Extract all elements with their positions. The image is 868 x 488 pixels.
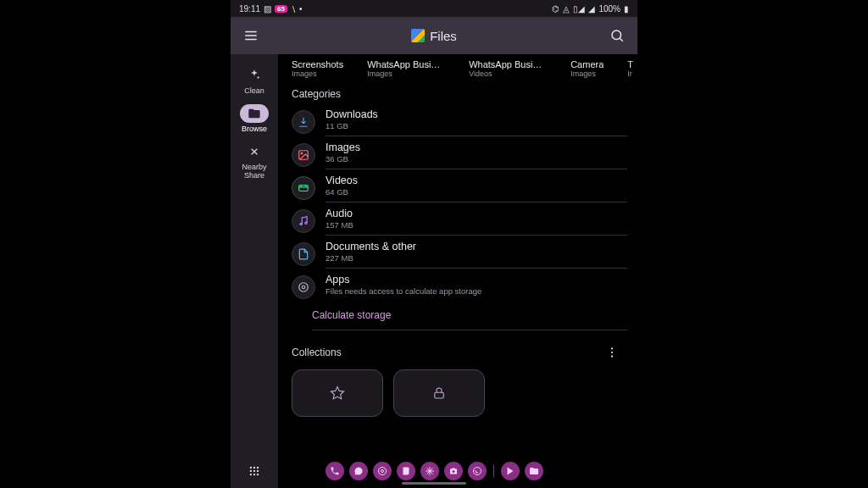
svg-point-29 bbox=[381, 470, 383, 473]
svg-point-3 bbox=[612, 30, 621, 40]
svg-point-14 bbox=[611, 347, 613, 349]
app-drawer-button[interactable] bbox=[242, 459, 266, 483]
recent-row[interactable]: ScreenshotsImages WhatsApp Busines...Ima… bbox=[278, 54, 637, 78]
dock-snow[interactable] bbox=[420, 462, 439, 480]
svg-point-28 bbox=[378, 468, 386, 475]
category-documents[interactable]: Documents & other227 MB bbox=[292, 236, 627, 269]
svg-point-25 bbox=[250, 474, 252, 475]
browse-content: ScreenshotsImages WhatsApp Busines...Ima… bbox=[278, 54, 637, 488]
nav-clean-label: Clean bbox=[244, 87, 264, 96]
battery-icon: ▮ bbox=[624, 4, 629, 14]
svg-rect-9 bbox=[299, 186, 309, 191]
category-apps[interactable]: AppsFiles needs access to calculate app … bbox=[292, 269, 627, 301]
svg-point-21 bbox=[257, 467, 259, 469]
dock-play[interactable] bbox=[501, 462, 520, 480]
dock-camera[interactable] bbox=[444, 462, 463, 480]
svg-point-20 bbox=[253, 467, 255, 469]
app-bar: Files bbox=[231, 17, 637, 54]
note-icon bbox=[401, 466, 411, 476]
signal2-icon: ◢ bbox=[588, 4, 595, 14]
document-icon bbox=[298, 248, 309, 260]
chat-icon bbox=[353, 466, 364, 476]
category-audio[interactable]: Audio157 MB bbox=[292, 202, 627, 236]
recent-item[interactable]: TIr bbox=[627, 59, 633, 78]
svg-point-24 bbox=[257, 470, 259, 472]
app-logo-icon bbox=[411, 29, 425, 42]
dock-chat[interactable] bbox=[349, 462, 368, 480]
battery-text: 100% bbox=[598, 4, 620, 14]
nav-browse[interactable]: Browse bbox=[240, 104, 269, 134]
svg-point-27 bbox=[257, 474, 259, 475]
folder-search-icon bbox=[248, 107, 261, 120]
svg-point-12 bbox=[299, 283, 309, 292]
recent-item[interactable]: CameraImages bbox=[570, 59, 604, 78]
category-downloads[interactable]: Downloads11 GB bbox=[292, 103, 627, 136]
gesture-handle[interactable] bbox=[402, 482, 466, 485]
audio-icon bbox=[298, 215, 309, 227]
svg-point-30 bbox=[452, 470, 454, 473]
taskbar bbox=[231, 458, 637, 485]
recent-item[interactable]: ScreenshotsImages bbox=[292, 59, 343, 78]
dock-chrome[interactable] bbox=[373, 462, 392, 480]
svg-point-22 bbox=[250, 470, 252, 472]
download-icon bbox=[298, 116, 309, 128]
more-vert-icon bbox=[605, 346, 619, 359]
snowflake-icon bbox=[425, 466, 435, 476]
search-icon bbox=[609, 28, 625, 43]
chrome-icon bbox=[377, 466, 387, 476]
svg-marker-17 bbox=[331, 387, 344, 399]
recent-item[interactable]: WhatsApp Busines...Images bbox=[367, 59, 445, 78]
signal-icon: ▯◢ bbox=[573, 4, 585, 14]
status-glyph: ∖ bbox=[291, 4, 296, 14]
gallery-status-icon: ▧ bbox=[264, 4, 271, 14]
svg-rect-18 bbox=[435, 392, 444, 398]
category-videos[interactable]: Videos64 GB bbox=[292, 169, 627, 202]
status-badge: 65 bbox=[275, 5, 287, 13]
navigation-rail: Clean Browse Nearby Share bbox=[231, 54, 278, 488]
status-bar: 19:11 ▧ 65 ∖ • ⌬ ◬ ▯◢ ◢ 100% ▮ bbox=[231, 0, 637, 17]
svg-point-23 bbox=[253, 470, 255, 472]
grid-icon bbox=[248, 465, 260, 477]
phone-icon bbox=[330, 466, 340, 476]
nearby-icon bbox=[248, 145, 261, 158]
svg-line-4 bbox=[620, 38, 622, 41]
nav-browse-label: Browse bbox=[242, 125, 267, 134]
bluetooth-icon: ⌬ bbox=[552, 4, 559, 14]
app-title: Files bbox=[430, 29, 457, 43]
nav-clean[interactable]: Clean bbox=[240, 66, 269, 96]
svg-point-16 bbox=[611, 356, 613, 358]
calculate-storage-link[interactable]: Calculate storage bbox=[312, 301, 627, 330]
folder-icon bbox=[529, 466, 539, 476]
svg-point-8 bbox=[301, 152, 303, 154]
nav-nearby-label: Nearby Share bbox=[234, 164, 275, 180]
dock-phone[interactable] bbox=[326, 462, 344, 480]
dock-files[interactable] bbox=[525, 462, 543, 480]
collection-safe-folder[interactable] bbox=[393, 369, 485, 417]
svg-point-26 bbox=[253, 474, 255, 475]
star-icon bbox=[330, 385, 345, 401]
apps-icon bbox=[298, 281, 309, 293]
svg-point-13 bbox=[302, 286, 305, 289]
svg-point-31 bbox=[473, 468, 481, 475]
video-icon bbox=[298, 182, 309, 194]
camera-icon bbox=[448, 466, 459, 476]
svg-point-11 bbox=[305, 222, 307, 224]
lock-icon bbox=[431, 385, 447, 401]
collections-more-button[interactable] bbox=[600, 341, 624, 364]
sparkle-icon bbox=[248, 69, 261, 82]
play-icon bbox=[505, 466, 515, 476]
category-images[interactable]: Images36 GB bbox=[292, 136, 627, 169]
recent-item[interactable]: WhatsApp Busines...Videos bbox=[469, 59, 547, 78]
menu-button[interactable] bbox=[239, 24, 263, 47]
svg-point-10 bbox=[300, 223, 302, 225]
categories-header: Categories bbox=[278, 78, 637, 103]
search-button[interactable] bbox=[605, 24, 629, 47]
wifi-icon: ◬ bbox=[563, 4, 570, 14]
dock-whatsapp[interactable] bbox=[468, 462, 487, 480]
dock-notes[interactable] bbox=[397, 462, 415, 480]
whatsapp-icon bbox=[472, 466, 482, 476]
nav-nearby-share[interactable]: Nearby Share bbox=[234, 142, 275, 180]
clock: 19:11 bbox=[239, 4, 260, 14]
image-icon bbox=[298, 149, 309, 161]
collection-favorites[interactable] bbox=[292, 369, 383, 417]
